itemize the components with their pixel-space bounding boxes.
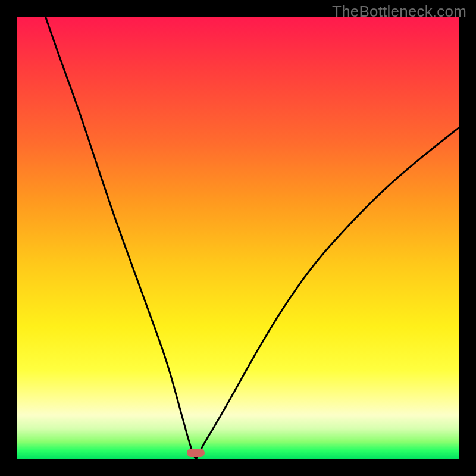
plot-area [17,17,459,459]
chart-frame: TheBottleneck.com [0,0,476,476]
notch-marker [187,449,205,457]
bottleneck-curve [17,17,459,459]
